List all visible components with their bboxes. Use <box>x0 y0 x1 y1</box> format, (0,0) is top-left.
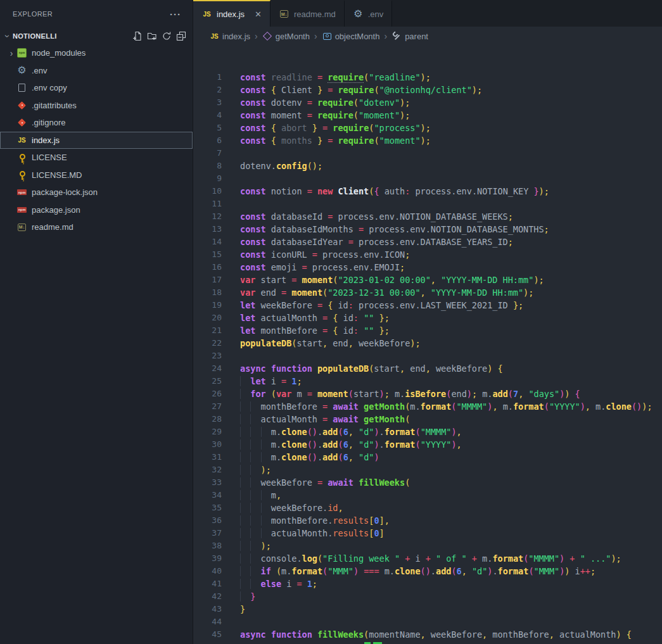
code-token: 7 <box>513 389 518 399</box>
code-token: ( <box>338 452 343 462</box>
code-token: EMOJI <box>374 262 400 272</box>
line-number[interactable]: 45 <box>193 628 222 641</box>
code-token: , <box>492 401 502 412</box>
line-number[interactable]: 34 <box>193 489 222 502</box>
file-icon <box>16 205 27 215</box>
file-row[interactable]: › LICENSE.MD <box>0 167 193 184</box>
line-number[interactable]: 9 <box>193 172 222 185</box>
line-number[interactable]: 21 <box>193 324 222 337</box>
file-name: index.js <box>32 136 60 145</box>
line-number[interactable]: 2 <box>193 84 222 96</box>
code-editor[interactable]: 1 const readline = require("readline"); … <box>193 46 662 644</box>
file-row[interactable]: › package.json <box>0 201 193 219</box>
code-line: 16 const emoji = process.env.EMOJI; <box>193 261 662 274</box>
line-number[interactable]: 17 <box>193 274 222 286</box>
code-line-content: var end = moment("2023-12-31 00:00", "YY… <box>240 286 533 299</box>
line-number[interactable]: 33 <box>193 476 222 489</box>
close-icon[interactable]: ✕ <box>255 9 262 19</box>
file-row[interactable]: › node_modules <box>0 44 193 62</box>
code-token: ) <box>533 275 538 285</box>
code-token: ) <box>261 541 266 551</box>
code-token: let <box>240 313 261 323</box>
breadcrumb-item[interactable]: index.js › <box>209 31 262 41</box>
code-token: 6 <box>343 427 348 437</box>
line-number[interactable]: 1 <box>193 71 222 84</box>
editor-tab[interactable]: index.js ✕ <box>193 0 271 27</box>
line-number[interactable]: 4 <box>193 109 222 122</box>
file-row[interactable]: › .gitignore <box>0 114 193 132</box>
line-number[interactable]: 16 <box>193 261 222 274</box>
refresh-explorer-icon[interactable] <box>162 31 172 41</box>
code-token: getMonth <box>364 401 405 412</box>
line-number[interactable]: 14 <box>193 236 222 248</box>
line-number[interactable]: 35 <box>193 502 222 514</box>
line-number[interactable]: 15 <box>193 248 222 261</box>
line-number[interactable]: 38 <box>193 540 222 552</box>
code-line-content: } <box>240 603 245 616</box>
line-number[interactable]: 22 <box>193 337 222 350</box>
line-number[interactable]: 41 <box>193 578 222 590</box>
line-number[interactable]: 23 <box>193 350 222 362</box>
line-number[interactable]: 20 <box>193 312 222 324</box>
line-number[interactable]: 39 <box>193 552 222 565</box>
line-number[interactable]: 42 <box>193 590 222 603</box>
breadcrumb-item[interactable]: objectMonth › <box>322 31 392 41</box>
line-number[interactable]: 28 <box>193 413 222 426</box>
line-number[interactable]: 32 <box>193 464 222 476</box>
file-row[interactable]: › index.js <box>0 132 193 149</box>
file-row[interactable]: › .gitattributes <box>0 97 193 115</box>
file-row[interactable]: › .env <box>0 62 193 80</box>
code-token: . <box>415 401 420 412</box>
line-number[interactable]: 13 <box>193 223 222 236</box>
line-number[interactable]: 27 <box>193 400 222 413</box>
new-file-icon[interactable] <box>132 31 143 41</box>
more-actions-icon[interactable]: ··· <box>170 9 181 20</box>
line-number[interactable]: 40 <box>193 565 222 578</box>
line-number[interactable]: 3 <box>193 96 222 109</box>
code-token: results <box>333 515 369 526</box>
breadcrumb-item[interactable]: getMonth › <box>262 31 322 41</box>
code-token: else <box>261 579 287 589</box>
code-token: 6 <box>457 566 462 576</box>
line-number[interactable]: 10 <box>193 185 222 198</box>
line-number[interactable]: 31 <box>193 451 222 464</box>
code-line: 26 for (var m = moment(start); m.isBefor… <box>193 388 662 400</box>
line-number[interactable]: 8 <box>193 160 222 172</box>
workspace-section-header[interactable]: › NOTIONELLI <box>0 28 193 44</box>
editor-tab[interactable]: .env <box>345 0 393 27</box>
line-number[interactable]: 43 <box>193 603 222 616</box>
line-number[interactable]: 25 <box>193 375 222 388</box>
line-number[interactable]: 26 <box>193 388 222 400</box>
line-number[interactable]: 30 <box>193 438 222 451</box>
editor-tab[interactable]: readme.md <box>271 0 345 27</box>
line-number[interactable]: 6 <box>193 134 222 147</box>
code-token: ; <box>415 338 420 348</box>
line-number[interactable]: 12 <box>193 210 222 223</box>
line-number[interactable]: 19 <box>193 299 222 312</box>
line-number[interactable]: 18 <box>193 286 222 299</box>
line-number[interactable]: 37 <box>193 527 222 540</box>
line-number[interactable]: 5 <box>193 122 222 134</box>
breadcrumb-item[interactable]: parent <box>391 31 428 41</box>
code-token: dotenv <box>240 161 271 171</box>
file-row[interactable]: › package-lock.json <box>0 184 193 201</box>
line-number[interactable]: 36 <box>193 514 222 527</box>
line-number[interactable]: 44 <box>193 616 222 628</box>
file-row[interactable]: › LICENSE <box>0 149 193 167</box>
file-row[interactable]: › .env copy <box>0 79 193 97</box>
file-row[interactable]: › readme.md <box>0 218 193 236</box>
line-number[interactable]: 7 <box>193 147 222 160</box>
code-token <box>240 579 261 589</box>
code-token: ; <box>317 161 322 171</box>
code-token: add <box>322 427 338 437</box>
code-token: const <box>240 110 271 120</box>
code-token: ; <box>539 275 544 285</box>
line-number[interactable]: 24 <box>193 362 222 375</box>
line-number[interactable]: 11 <box>193 198 222 210</box>
code-token: , <box>431 275 441 285</box>
code-token: ) <box>616 629 626 640</box>
code-token: === <box>359 566 385 576</box>
line-number[interactable]: 29 <box>193 426 222 438</box>
collapse-folders-icon[interactable] <box>176 31 186 41</box>
new-folder-icon[interactable] <box>147 31 157 41</box>
